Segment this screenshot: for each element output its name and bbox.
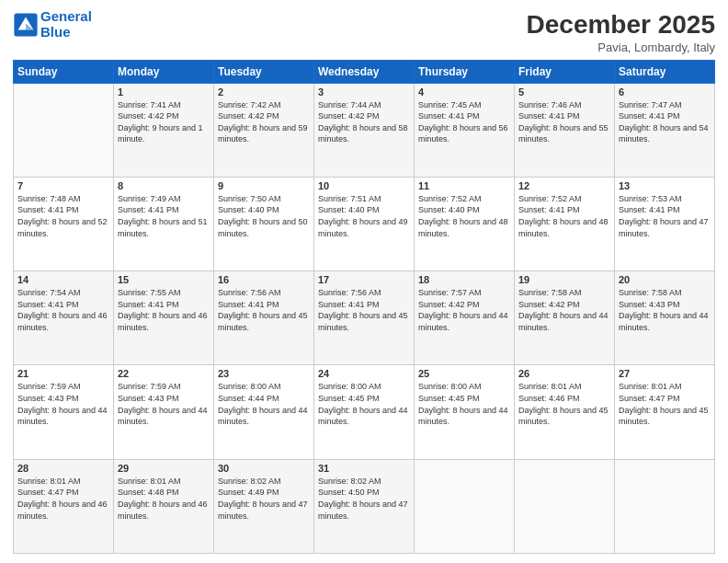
calendar-day-cell: 22Sunrise: 7:59 AMSunset: 4:43 PMDayligh… — [114, 365, 214, 459]
day-number: 3 — [318, 86, 410, 98]
calendar-day-cell: 19Sunrise: 7:58 AMSunset: 4:42 PMDayligh… — [515, 271, 615, 365]
calendar-day-cell: 11Sunrise: 7:52 AMSunset: 4:40 PMDayligh… — [415, 177, 515, 270]
day-number: 21 — [17, 368, 109, 379]
calendar-day-cell: 4Sunrise: 7:45 AMSunset: 4:41 PMDaylight… — [415, 83, 515, 177]
calendar-day-cell: 14Sunrise: 7:54 AMSunset: 4:41 PMDayligh… — [14, 271, 114, 365]
calendar-day-cell: 7Sunrise: 7:48 AMSunset: 4:41 PMDaylight… — [14, 177, 114, 270]
calendar-week-row: 7Sunrise: 7:48 AMSunset: 4:41 PMDaylight… — [14, 177, 715, 270]
day-info: Sunrise: 8:00 AMSunset: 4:45 PMDaylight:… — [418, 381, 510, 427]
calendar-day-cell: 23Sunrise: 8:00 AMSunset: 4:44 PMDayligh… — [214, 365, 314, 459]
day-number: 9 — [218, 180, 310, 191]
calendar-week-row: 21Sunrise: 7:59 AMSunset: 4:43 PMDayligh… — [14, 365, 715, 459]
day-number: 30 — [218, 463, 310, 474]
logo: General Blue — [13, 9, 92, 40]
calendar-day-cell: 12Sunrise: 7:52 AMSunset: 4:41 PMDayligh… — [515, 177, 615, 270]
day-info: Sunrise: 7:55 AMSunset: 4:41 PMDaylight:… — [118, 287, 210, 333]
day-info: Sunrise: 8:01 AMSunset: 4:47 PMDaylight:… — [17, 476, 109, 522]
logo-text: General Blue — [40, 9, 92, 40]
calendar-page: General Blue December 2025 Pavia, Lombar… — [0, 0, 728, 563]
calendar-day-cell: 13Sunrise: 7:53 AMSunset: 4:41 PMDayligh… — [615, 177, 715, 270]
calendar-day-cell: 1Sunrise: 7:41 AMSunset: 4:42 PMDaylight… — [114, 83, 214, 177]
logo-line1: General — [40, 8, 92, 24]
day-info: Sunrise: 7:44 AMSunset: 4:42 PMDaylight:… — [318, 99, 410, 145]
calendar-week-row: 1Sunrise: 7:41 AMSunset: 4:42 PMDaylight… — [14, 83, 715, 177]
day-number: 7 — [17, 180, 109, 191]
day-info: Sunrise: 8:01 AMSunset: 4:48 PMDaylight:… — [118, 476, 210, 522]
day-header: Friday — [515, 60, 615, 83]
calendar-day-cell — [415, 459, 515, 553]
calendar-day-cell: 8Sunrise: 7:49 AMSunset: 4:41 PMDaylight… — [114, 177, 214, 270]
calendar-day-cell: 27Sunrise: 8:01 AMSunset: 4:47 PMDayligh… — [615, 365, 715, 459]
calendar-day-cell: 28Sunrise: 8:01 AMSunset: 4:47 PMDayligh… — [14, 459, 114, 553]
calendar-day-cell: 29Sunrise: 8:01 AMSunset: 4:48 PMDayligh… — [114, 459, 214, 553]
day-info: Sunrise: 8:01 AMSunset: 4:47 PMDaylight:… — [619, 381, 711, 427]
calendar-day-cell: 3Sunrise: 7:44 AMSunset: 4:42 PMDaylight… — [314, 83, 415, 177]
day-number: 19 — [518, 274, 610, 285]
day-number: 24 — [318, 368, 410, 379]
calendar-day-cell: 26Sunrise: 8:01 AMSunset: 4:46 PMDayligh… — [515, 365, 615, 459]
day-number: 23 — [218, 368, 310, 379]
day-info: Sunrise: 8:02 AMSunset: 4:50 PMDaylight:… — [318, 476, 410, 522]
day-number: 13 — [619, 180, 711, 191]
day-info: Sunrise: 7:46 AMSunset: 4:41 PMDaylight:… — [518, 99, 610, 145]
calendar-day-cell — [515, 459, 615, 553]
day-number: 27 — [619, 368, 711, 379]
calendar-week-row: 14Sunrise: 7:54 AMSunset: 4:41 PMDayligh… — [14, 271, 715, 365]
calendar-day-cell: 18Sunrise: 7:57 AMSunset: 4:42 PMDayligh… — [415, 271, 515, 365]
calendar-day-cell — [615, 459, 715, 553]
day-number: 22 — [118, 368, 210, 379]
day-number: 5 — [518, 86, 610, 98]
day-number: 15 — [118, 274, 210, 285]
calendar-week-row: 28Sunrise: 8:01 AMSunset: 4:47 PMDayligh… — [14, 459, 715, 553]
calendar-day-cell: 2Sunrise: 7:42 AMSunset: 4:42 PMDaylight… — [214, 83, 314, 177]
title-area: December 2025 Pavia, Lombardy, Italy — [527, 9, 715, 54]
day-number: 10 — [318, 180, 410, 191]
day-number: 25 — [418, 368, 510, 379]
day-info: Sunrise: 8:02 AMSunset: 4:49 PMDaylight:… — [218, 476, 310, 522]
day-info: Sunrise: 7:45 AMSunset: 4:41 PMDaylight:… — [418, 99, 510, 145]
day-header: Thursday — [415, 60, 515, 83]
day-header: Monday — [114, 60, 214, 83]
day-number: 20 — [619, 274, 711, 285]
calendar-day-cell: 16Sunrise: 7:56 AMSunset: 4:41 PMDayligh… — [214, 271, 314, 365]
day-info: Sunrise: 7:50 AMSunset: 4:40 PMDaylight:… — [218, 193, 310, 239]
day-info: Sunrise: 7:42 AMSunset: 4:42 PMDaylight:… — [218, 99, 310, 145]
day-info: Sunrise: 7:47 AMSunset: 4:41 PMDaylight:… — [619, 99, 711, 145]
day-number: 1 — [118, 86, 210, 98]
day-info: Sunrise: 7:58 AMSunset: 4:42 PMDaylight:… — [518, 287, 610, 333]
day-info: Sunrise: 7:52 AMSunset: 4:41 PMDaylight:… — [518, 193, 610, 239]
day-info: Sunrise: 8:00 AMSunset: 4:45 PMDaylight:… — [318, 381, 410, 427]
day-info: Sunrise: 8:01 AMSunset: 4:46 PMDaylight:… — [518, 381, 610, 427]
calendar-day-cell: 24Sunrise: 8:00 AMSunset: 4:45 PMDayligh… — [314, 365, 415, 459]
day-number: 6 — [619, 86, 711, 98]
day-number: 2 — [218, 86, 310, 98]
day-number: 12 — [518, 180, 610, 191]
day-number: 18 — [418, 274, 510, 285]
day-info: Sunrise: 7:58 AMSunset: 4:43 PMDaylight:… — [619, 287, 711, 333]
day-number: 28 — [17, 463, 109, 474]
day-info: Sunrise: 7:49 AMSunset: 4:41 PMDaylight:… — [118, 193, 210, 239]
calendar-day-cell: 21Sunrise: 7:59 AMSunset: 4:43 PMDayligh… — [14, 365, 114, 459]
calendar-day-cell: 10Sunrise: 7:51 AMSunset: 4:40 PMDayligh… — [314, 177, 415, 270]
calendar-day-cell: 5Sunrise: 7:46 AMSunset: 4:41 PMDaylight… — [515, 83, 615, 177]
day-header: Sunday — [14, 60, 114, 83]
calendar-day-cell: 6Sunrise: 7:47 AMSunset: 4:41 PMDaylight… — [615, 83, 715, 177]
header: General Blue December 2025 Pavia, Lombar… — [13, 9, 715, 54]
day-info: Sunrise: 7:53 AMSunset: 4:41 PMDaylight:… — [619, 193, 711, 239]
day-info: Sunrise: 7:59 AMSunset: 4:43 PMDaylight:… — [118, 381, 210, 427]
day-number: 14 — [17, 274, 109, 285]
day-number: 4 — [418, 86, 510, 98]
calendar-table: SundayMondayTuesdayWednesdayThursdayFrid… — [13, 60, 715, 554]
day-info: Sunrise: 7:56 AMSunset: 4:41 PMDaylight:… — [318, 287, 410, 333]
day-info: Sunrise: 7:56 AMSunset: 4:41 PMDaylight:… — [218, 287, 310, 333]
calendar-day-cell: 20Sunrise: 7:58 AMSunset: 4:43 PMDayligh… — [615, 271, 715, 365]
logo-line2: Blue — [40, 24, 71, 40]
day-number: 29 — [118, 463, 210, 474]
calendar-day-cell: 31Sunrise: 8:02 AMSunset: 4:50 PMDayligh… — [314, 459, 415, 553]
day-number: 31 — [318, 463, 410, 474]
day-number: 8 — [118, 180, 210, 191]
day-info: Sunrise: 7:48 AMSunset: 4:41 PMDaylight:… — [17, 193, 109, 239]
day-info: Sunrise: 8:00 AMSunset: 4:44 PMDaylight:… — [218, 381, 310, 427]
calendar-day-cell: 15Sunrise: 7:55 AMSunset: 4:41 PMDayligh… — [114, 271, 214, 365]
day-info: Sunrise: 7:59 AMSunset: 4:43 PMDaylight:… — [17, 381, 109, 427]
